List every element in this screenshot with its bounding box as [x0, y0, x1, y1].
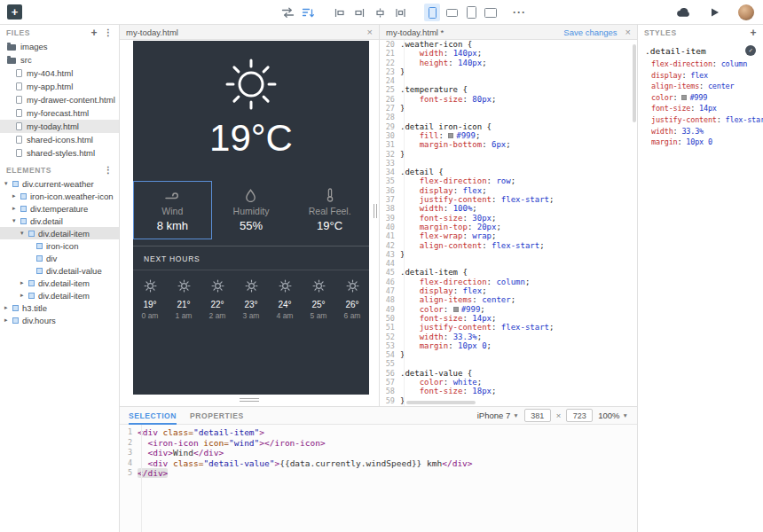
- file-item[interactable]: shared-icons.html: [0, 133, 119, 146]
- code-line[interactable]: 57 color: white;: [380, 378, 637, 387]
- style-property[interactable]: width: 33.3%: [651, 126, 763, 137]
- code-line[interactable]: 28: [380, 113, 637, 121]
- code-line[interactable]: 56.detail-value {: [380, 369, 637, 378]
- run-preview-icon[interactable]: [707, 4, 721, 21]
- element-item[interactable]: iron-icon: [0, 239, 119, 252]
- file-item[interactable]: my-app.html: [0, 80, 119, 93]
- device-select[interactable]: iPhone 7 ▼: [477, 411, 519, 420]
- preview-detail-item[interactable]: Wind8 kmh: [133, 181, 212, 239]
- code-line[interactable]: 49 color: #999;: [380, 305, 637, 314]
- viewport-height-input[interactable]: [566, 409, 593, 422]
- preview-detail-item[interactable]: Humidity55%: [212, 181, 291, 239]
- code-line[interactable]: 34.detail {: [380, 168, 637, 176]
- element-item[interactable]: ▸div.detail-item: [0, 289, 119, 301]
- element-item[interactable]: ▸div.hours: [0, 314, 119, 326]
- distribute-icon[interactable]: [393, 4, 407, 21]
- device-viewport[interactable]: 19°C Wind8 kmhHumidity55%Real Feel.19°C …: [133, 41, 369, 395]
- app-logo-icon[interactable]: +: [7, 4, 22, 20]
- code-line[interactable]: 40 margin-top: 20px;: [380, 223, 637, 231]
- code-line[interactable]: 45.detail-item {: [380, 268, 637, 277]
- style-property[interactable]: color: #999: [651, 92, 763, 104]
- code-line[interactable]: 20.weather-icon {: [380, 40, 637, 49]
- reorder-icon[interactable]: [301, 4, 315, 21]
- code-line[interactable]: 44: [380, 259, 637, 268]
- cloud-sync-icon[interactable]: [676, 4, 690, 21]
- code-line[interactable]: 50 font-size: 14px;: [380, 314, 637, 323]
- align-right-icon[interactable]: [352, 4, 366, 21]
- code-line[interactable]: 27}: [380, 104, 637, 113]
- code-line[interactable]: 4 <div class="detail-value">{{data.curre…: [120, 458, 637, 469]
- code-line[interactable]: 3 <div>Wind</div>: [120, 448, 637, 458]
- files-menu-icon[interactable]: ⋮: [104, 28, 113, 37]
- align-center-icon[interactable]: [373, 4, 387, 21]
- style-property[interactable]: align-items: center: [651, 81, 763, 92]
- device-tablet-portrait-icon[interactable]: [463, 4, 479, 21]
- save-changes-button[interactable]: Save changes: [563, 27, 617, 37]
- element-item[interactable]: div.detail-value: [0, 264, 119, 277]
- style-property[interactable]: flex-direction: column: [651, 59, 763, 70]
- code-line[interactable]: 21 width: 140px;: [380, 49, 637, 58]
- file-item[interactable]: my-today.html: [0, 120, 119, 133]
- code-line[interactable]: 32}: [380, 150, 637, 159]
- more-options-icon[interactable]: ···: [513, 6, 526, 19]
- code-line[interactable]: 43}: [380, 250, 637, 259]
- folder-item[interactable]: images: [0, 40, 119, 53]
- element-item[interactable]: ▾div.current-weather: [0, 177, 119, 190]
- style-property[interactable]: margin: 10px 0: [651, 137, 763, 148]
- code-line[interactable]: 42 align-content: flex-start;: [380, 241, 637, 250]
- element-item[interactable]: ▸div.detail-item: [0, 277, 119, 289]
- device-tablet-landscape-icon[interactable]: [483, 4, 499, 21]
- style-property[interactable]: justify-content: flex-start: [651, 114, 763, 126]
- preview-tab-title[interactable]: my-today.html: [126, 27, 178, 37]
- code-line[interactable]: 37 justify-content: flex-start;: [380, 195, 637, 204]
- file-item[interactable]: my-drawer-content.html: [0, 93, 119, 106]
- code-line[interactable]: 5</div>: [120, 468, 637, 479]
- temperature-display[interactable]: 19°C: [133, 117, 369, 160]
- code-line[interactable]: 35 flex-direction: row;: [380, 176, 637, 185]
- horizontal-resize-handle[interactable]: [240, 396, 259, 403]
- editor-horizontal-scrollbar[interactable]: [406, 401, 476, 404]
- style-selector-row[interactable]: .detail-item ✓: [638, 40, 763, 59]
- code-line[interactable]: 39 font-size: 30px;: [380, 214, 637, 223]
- code-line[interactable]: 36 display: flex;: [380, 186, 637, 195]
- code-line[interactable]: 22 height: 140px;: [380, 59, 637, 67]
- folder-item[interactable]: src: [0, 53, 119, 66]
- code-line[interactable]: 47 display: flex;: [380, 286, 637, 295]
- file-item[interactable]: shared-styles.html: [0, 146, 119, 160]
- element-item[interactable]: ▾div.detail: [0, 215, 119, 227]
- editor-tab-title[interactable]: my-today.html *: [386, 27, 444, 37]
- zoom-select[interactable]: 100% ▼: [598, 411, 628, 420]
- user-avatar[interactable]: [738, 4, 754, 20]
- code-line[interactable]: 51 justify-content: flex-start;: [380, 323, 637, 332]
- code-line[interactable]: 24: [380, 76, 637, 85]
- device-phone-portrait-icon[interactable]: [424, 4, 440, 21]
- code-line[interactable]: 25.temperature {: [380, 85, 637, 94]
- style-applied-check-icon[interactable]: ✓: [745, 45, 756, 56]
- elements-menu-icon[interactable]: ⋮: [104, 166, 113, 175]
- file-item[interactable]: my-404.html: [0, 66, 119, 80]
- code-line[interactable]: 33: [380, 159, 637, 168]
- code-line[interactable]: 41 flex-wrap: wrap;: [380, 231, 637, 240]
- code-line[interactable]: 26 font-size: 80px;: [380, 95, 637, 104]
- tab-selection[interactable]: SELECTION: [129, 407, 177, 425]
- add-style-icon[interactable]: +: [750, 27, 757, 38]
- device-phone-landscape-icon[interactable]: [444, 4, 460, 21]
- panel-resize-handle[interactable]: [374, 204, 377, 218]
- element-item[interactable]: ▾div.detail-item: [0, 227, 119, 239]
- element-item[interactable]: ▸iron-icon.weather-icon: [0, 190, 119, 202]
- style-property[interactable]: font-size: 14px: [651, 103, 763, 114]
- align-left-icon[interactable]: [332, 4, 346, 21]
- close-editor-icon[interactable]: ×: [625, 27, 631, 37]
- element-item[interactable]: ▸div.temperature: [0, 202, 119, 215]
- code-line[interactable]: 38 width: 100%;: [380, 204, 637, 213]
- tab-properties[interactable]: PROPERTIES: [190, 407, 244, 425]
- close-preview-icon[interactable]: ×: [367, 27, 373, 37]
- code-line[interactable]: 55: [380, 359, 637, 368]
- code-line[interactable]: 53 margin: 10px 0;: [380, 341, 637, 350]
- viewport-width-input[interactable]: [524, 409, 551, 422]
- code-line[interactable]: 23}: [380, 67, 637, 76]
- code-line[interactable]: 29.detail iron-icon {: [380, 122, 637, 131]
- code-line[interactable]: 58 font-size: 18px;: [380, 387, 637, 395]
- file-item[interactable]: my-forecast.html: [0, 106, 119, 120]
- swap-elements-icon[interactable]: [280, 4, 295, 21]
